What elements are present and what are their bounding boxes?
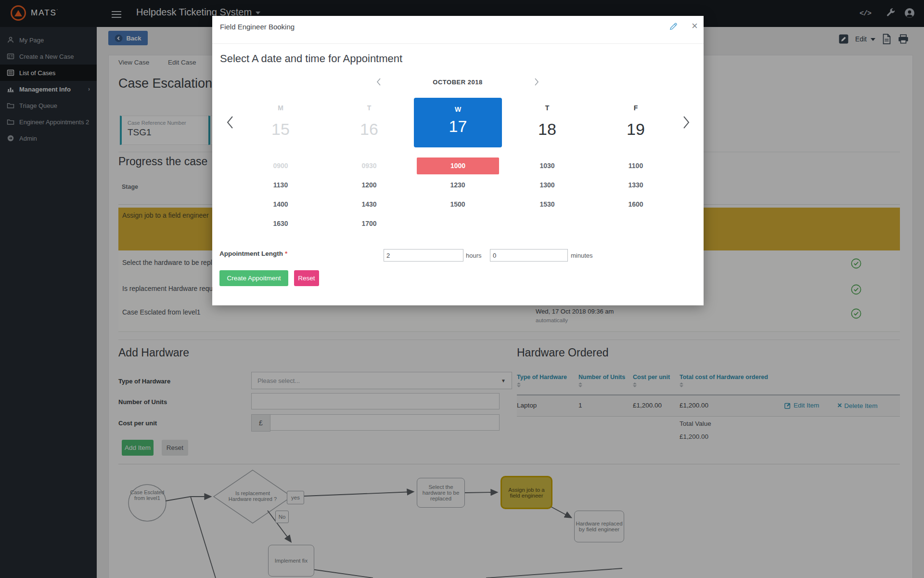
time-slot-1500[interactable]: 1500 — [422, 196, 494, 213]
time-slot-1330[interactable]: 1330 — [600, 177, 672, 194]
close-icon[interactable]: × — [692, 20, 698, 32]
week-prev-icon[interactable] — [226, 115, 234, 130]
day-header: T — [518, 104, 576, 112]
time-slot-1100[interactable]: 1100 — [600, 158, 672, 174]
month-prev-icon[interactable] — [376, 78, 382, 86]
day-cell-18[interactable]: 18 — [518, 120, 576, 139]
day-header: T — [340, 104, 398, 112]
day-header: W — [414, 105, 502, 113]
month-next-icon[interactable] — [534, 78, 539, 86]
time-slot-1630[interactable]: 1630 — [244, 215, 317, 232]
reset-appointment-button[interactable]: Reset — [294, 270, 319, 286]
time-slot-1430[interactable]: 1430 — [333, 196, 405, 213]
hours-unit-label: hours — [466, 252, 482, 259]
minutes-unit-label: minutes — [571, 252, 593, 259]
modal-title: Field Engineer Booking — [220, 23, 295, 31]
month-label: OCTOBER 2018 — [410, 79, 506, 86]
day-cell-16[interactable]: 16 — [340, 120, 398, 139]
week-next-icon[interactable] — [682, 115, 691, 130]
field-engineer-booking-modal: Field Engineer Booking × Select A date a… — [212, 16, 704, 305]
time-slot-1530[interactable]: 1530 — [511, 196, 583, 213]
day-cell-15[interactable]: 15 — [252, 120, 309, 139]
time-slot-0930[interactable]: 0930 — [333, 158, 405, 174]
minutes-input[interactable] — [490, 249, 568, 262]
pencil-icon[interactable] — [668, 22, 678, 31]
time-slot-1230[interactable]: 1230 — [422, 177, 494, 194]
day-cell-19[interactable]: 19 — [607, 120, 665, 139]
time-slot-1600[interactable]: 1600 — [600, 196, 672, 213]
time-slot-1400[interactable]: 1400 — [244, 196, 317, 213]
day-header: M — [252, 104, 309, 112]
hours-input[interactable] — [384, 249, 463, 262]
time-slot-1200[interactable]: 1200 — [333, 177, 405, 194]
time-slot-1700[interactable]: 1700 — [333, 215, 405, 232]
create-appointment-button[interactable]: Create Appoitment — [219, 270, 288, 286]
time-slot-0900[interactable]: 0900 — [244, 158, 317, 174]
day-header: F — [607, 104, 665, 112]
time-slot-1130[interactable]: 1130 — [244, 177, 317, 194]
day-cell-17-selected[interactable]: W 17 — [414, 98, 502, 147]
time-slot-1300[interactable]: 1300 — [511, 177, 583, 194]
time-slot-1000-selected[interactable]: 1000 — [417, 158, 499, 174]
modal-heading: Select A date and time for Appointment — [220, 53, 402, 65]
appointment-length-label: Appointment Length* — [219, 250, 287, 257]
time-slot-1030[interactable]: 1030 — [511, 158, 583, 174]
required-asterisk: * — [285, 250, 287, 257]
